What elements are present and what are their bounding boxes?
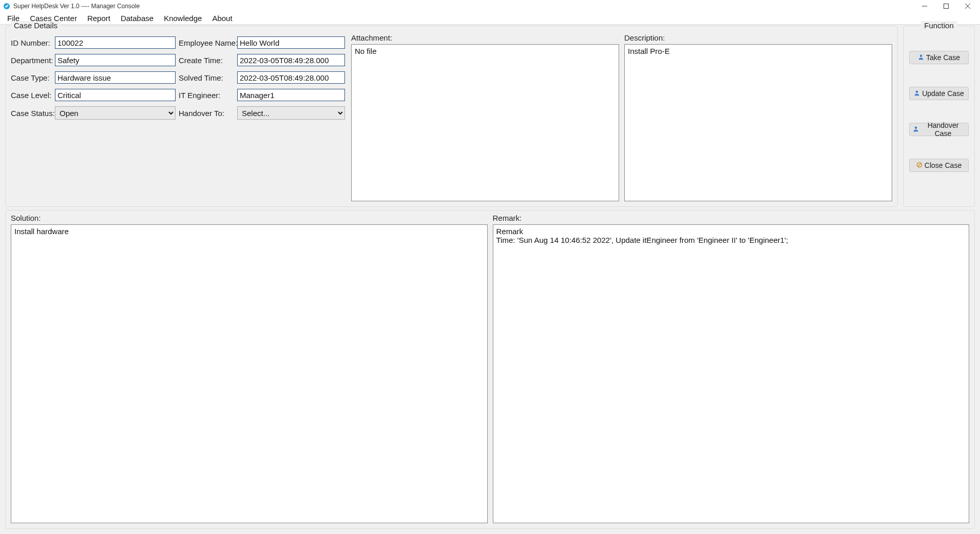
case-form: ID Number: Employee Name: Department: Cr… (11, 33, 345, 120)
attachment-box[interactable] (351, 44, 619, 201)
close-window-button[interactable] (962, 0, 974, 12)
close-case-button[interactable]: Close Case (909, 159, 969, 172)
window-title: Super HelpDesk Ver 1.0 ---- Manager Cons… (13, 3, 140, 10)
label-it-engineer: IT Engineer: (179, 91, 234, 100)
select-handover-to[interactable]: Select... (237, 106, 345, 120)
label-id-number: ID Number: (11, 39, 52, 47)
label-attachment: Attachment: (351, 33, 619, 42)
label-department: Department: (11, 56, 52, 65)
input-employee-name[interactable] (237, 36, 345, 49)
minimize-button[interactable] (918, 0, 931, 12)
label-case-type: Case Type: (11, 73, 52, 82)
select-case-status[interactable]: Open (55, 106, 176, 120)
menu-report[interactable]: Report (82, 12, 116, 24)
close-case-label: Close Case (925, 161, 962, 169)
label-create-time: Create Time: (179, 56, 234, 65)
maximize-button[interactable] (940, 0, 952, 12)
app-icon (3, 3, 10, 10)
label-description: Description: (624, 33, 892, 42)
label-solved-time: Solved Time: (179, 73, 234, 82)
svg-point-6 (916, 91, 918, 93)
label-case-status: Case Status: (11, 109, 52, 118)
update-case-button[interactable]: Update Case (909, 87, 969, 100)
menu-bar: File Cases Center Report Database Knowle… (0, 12, 980, 25)
input-case-type[interactable] (55, 71, 176, 84)
title-bar: Super HelpDesk Ver 1.0 ---- Manager Cons… (0, 0, 980, 12)
input-id-number[interactable] (55, 36, 176, 49)
input-case-level[interactable] (55, 89, 176, 101)
label-handover-to: Handover To: (179, 109, 234, 118)
function-group: Function Take Case Update Case Handover … (903, 26, 975, 207)
user-icon (914, 89, 920, 98)
case-details-group: Case Details ID Number: Employee Name: D… (5, 26, 898, 207)
input-department[interactable] (55, 54, 176, 66)
function-legend: Function (921, 21, 957, 30)
description-box[interactable] (624, 44, 892, 201)
menu-about[interactable]: About (207, 12, 237, 24)
svg-point-5 (920, 55, 923, 58)
take-case-label: Take Case (926, 53, 960, 62)
label-case-level: Case Level: (11, 91, 52, 100)
user-icon (913, 125, 919, 134)
remark-box[interactable] (493, 224, 970, 523)
label-remark: Remark: (493, 214, 970, 222)
handover-case-button[interactable]: Handover Case (909, 123, 969, 136)
menu-knowledge[interactable]: Knowledge (159, 12, 207, 24)
update-case-label: Update Case (922, 89, 964, 98)
take-case-button[interactable]: Take Case (909, 51, 969, 64)
svg-rect-2 (944, 4, 949, 9)
stop-icon (916, 161, 923, 169)
content-area: Case Details ID Number: Employee Name: D… (0, 25, 980, 534)
label-employee-name: Employee Name: (179, 39, 234, 47)
solution-box[interactable] (11, 224, 488, 523)
handover-case-label: Handover Case (921, 121, 965, 138)
solution-remark-group: Solution: Remark: (5, 210, 975, 529)
user-icon (918, 53, 924, 62)
case-details-legend: Case Details (11, 21, 61, 30)
menu-database[interactable]: Database (116, 12, 159, 24)
input-create-time[interactable] (237, 54, 345, 66)
input-solved-time[interactable] (237, 71, 345, 84)
input-it-engineer[interactable] (237, 89, 345, 101)
label-solution: Solution: (11, 214, 488, 222)
svg-line-9 (918, 163, 921, 166)
svg-point-7 (915, 127, 917, 129)
